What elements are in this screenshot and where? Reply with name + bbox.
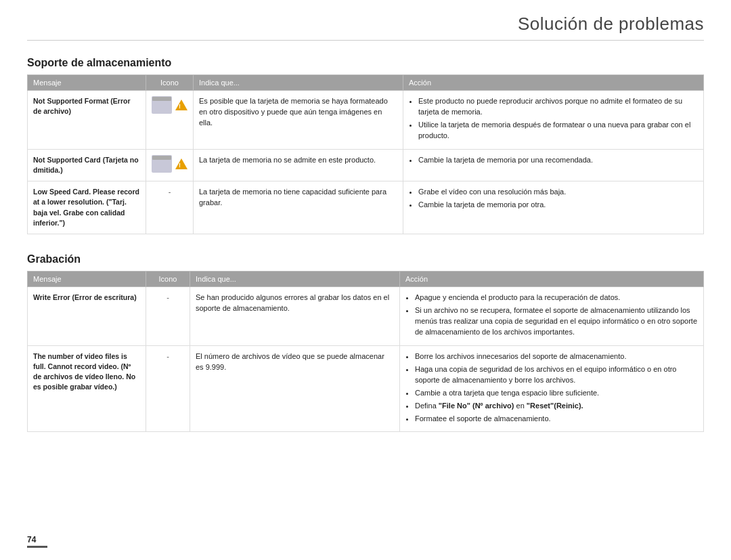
col2-header-mensaje: Mensaje (28, 272, 146, 287)
sd-card-icon (152, 155, 172, 173)
page-number: 74 (27, 535, 47, 544)
table-row: Not Supported Card (Tarjeta no dmitida.)… (28, 149, 704, 181)
icon-group (152, 96, 187, 114)
list-item: Cambie la tarjeta de memoria por otra. (418, 200, 698, 211)
page-title: Solución de problemas (27, 14, 704, 41)
col-header-icono: Icono (146, 75, 194, 91)
dash-icon: - (169, 188, 171, 196)
list-item: Defina "File No" (Nº archivo) en "Reset"… (415, 401, 698, 412)
cell-mensaje: Not Supported Card (Tarjeta no dmitida.) (28, 149, 146, 181)
cell-icono: - (146, 287, 190, 346)
list-item: Apague y encienda el producto para la re… (415, 293, 698, 303)
col-header-mensaje: Mensaje (28, 75, 146, 91)
list-item: Cambie a otra tarjeta que tenga espacio … (415, 388, 698, 399)
cell-mensaje: Not Supported Format (Error de archivo) (28, 91, 146, 150)
section2-table: Mensaje Icono Indica que... Acción Write… (27, 271, 704, 432)
section1-title: Soporte de almacenamiento (27, 57, 704, 69)
page-number-bar (27, 546, 47, 548)
cell-indica: Se han producido algunos errores al grab… (190, 287, 400, 346)
sd-card-icon (152, 96, 172, 114)
warning-icon (175, 100, 187, 110)
col-header-indica: Indica que... (194, 75, 403, 91)
table-row: Not Supported Format (Error de archivo) … (28, 91, 704, 150)
dash-icon: - (167, 293, 169, 301)
list-item: Borre los archivos innecesarios del sopo… (415, 351, 698, 362)
cell-icono (146, 149, 194, 181)
table-row: Write Error (Error de escritura)-Se han … (28, 287, 704, 346)
cell-mensaje: Low Speed Card. Please record at a lower… (28, 181, 146, 234)
dash-icon: - (167, 352, 169, 360)
cell-accion: Apague y encienda el producto para la re… (400, 287, 704, 346)
icon-group (152, 155, 187, 173)
list-item: Formatee el soporte de almacenamiento. (415, 414, 698, 425)
cell-indica: La tarjeta de memoria no tiene capacidad… (194, 181, 403, 234)
list-item: Utilice la tarjeta de memoria después de… (418, 120, 698, 142)
col2-header-icono: Icono (146, 272, 190, 287)
page-number-container: 74 (27, 535, 47, 548)
cell-indica: Es posible que la tarjeta de memoria se … (194, 91, 403, 150)
list-item: Haga una copia de seguridad de los archi… (415, 364, 698, 386)
list-item: Grabe el vídeo con una resolución más ba… (418, 187, 698, 198)
col2-header-accion: Acción (400, 272, 704, 287)
cell-icono (146, 91, 194, 150)
list-item: Si un archivo no se recupera, formatee e… (415, 305, 698, 338)
table-row: Low Speed Card. Please record at a lower… (28, 181, 704, 234)
cell-accion: Grabe el vídeo con una resolución más ba… (403, 181, 704, 234)
list-item: Este producto no puede reproducir archiv… (418, 96, 698, 118)
section2-title: Grabación (27, 253, 704, 265)
section1-table: Mensaje Icono Indica que... Acción Not S… (27, 74, 704, 234)
cell-icono: - (146, 345, 190, 432)
table-row: The number of video files is full. Canno… (28, 345, 704, 432)
cell-mensaje: Write Error (Error de escritura) (28, 287, 146, 346)
col2-header-indica: Indica que... (190, 272, 400, 287)
cell-accion: Cambie la tarjeta de memoria por una rec… (403, 149, 704, 181)
cell-accion: Este producto no puede reproducir archiv… (403, 91, 704, 150)
cell-accion: Borre los archivos innecesarios del sopo… (400, 345, 704, 432)
warning-icon (175, 158, 187, 169)
cell-mensaje: The number of video files is full. Canno… (28, 345, 146, 432)
cell-icono: - (146, 181, 194, 234)
col-header-accion: Acción (403, 75, 704, 91)
list-item: Cambie la tarjeta de memoria por una rec… (418, 155, 698, 166)
cell-indica: El número de archivos de vídeo que se pu… (190, 345, 400, 432)
cell-indica: La tarjeta de memoria no se admite en es… (194, 149, 403, 181)
